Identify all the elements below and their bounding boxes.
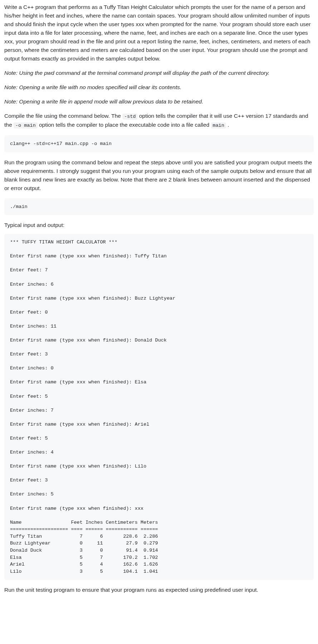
note-write-clear-text: Note: Opening a write file with no modes… [4,84,182,90]
note-write-append-text: Note: Opening a write file in append mod… [4,98,203,105]
main-file-code: main [211,122,226,129]
compile-text-post: . [226,122,229,128]
run-command-block: ./main [4,198,314,216]
run-paragraph: Run the program using the command below … [4,158,314,193]
note-pwd: Note: Using the pwd command at the termi… [4,69,314,77]
note-pwd-text: Note: Using the pwd command at the termi… [4,70,270,76]
note-write-clear: Note: Opening a write file with no modes… [4,83,314,92]
compile-command-block: clang++ -std=c++17 main.cpp -o main [4,135,314,152]
compile-text-pre: Compile the file using the command below… [4,113,122,119]
o-main-option-code: -o main [14,122,38,129]
unit-test-paragraph: Run the unit testing program to ensure t… [4,586,314,594]
compile-text-mid2: option tells the compiler to place the e… [38,122,211,128]
note-write-append: Note: Opening a write file in append mod… [4,97,314,106]
intro-paragraph: Write a C++ program that performs as a T… [4,3,314,63]
typical-io-label: Typical input and output: [4,221,314,229]
std-option-code: -std [122,113,138,120]
compile-paragraph: Compile the file using the command below… [4,112,314,130]
sample-output-block: *** TUFFY TITAN HEIGHT CALCULATOR *** En… [4,234,314,580]
